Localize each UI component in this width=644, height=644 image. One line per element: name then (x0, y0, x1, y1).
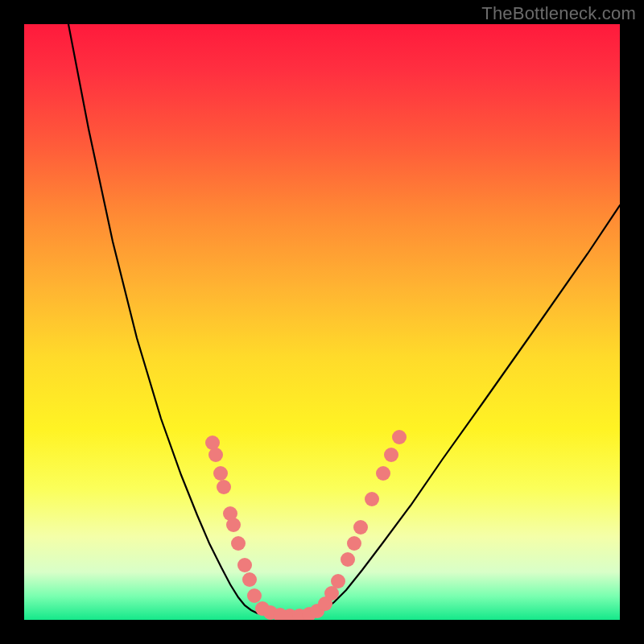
watermark-text: TheBottleneck.com (481, 3, 636, 24)
data-point-left-cluster-upper (208, 448, 223, 462)
data-point-right-cluster-upper (392, 430, 407, 444)
data-point-right-cluster-lower (331, 574, 345, 588)
data-point-right-cluster-mid (341, 552, 355, 567)
data-point-left-cluster-lower (247, 588, 262, 603)
data-point-left-cluster-mid (226, 518, 241, 532)
data-point-right-cluster-mid (353, 520, 368, 535)
data-point-left-cluster-upper (217, 480, 231, 494)
performance-curve (68, 24, 620, 616)
data-point-left-cluster-upper (213, 466, 228, 481)
bottleneck-chart (24, 24, 620, 620)
data-point-right-cluster-mid (347, 536, 361, 551)
data-point-right-cluster-upper (384, 448, 398, 462)
data-point-left-cluster-mid (231, 536, 246, 551)
data-point-left-cluster-lower (237, 558, 252, 572)
data-point-left-cluster-lower (242, 572, 257, 587)
data-point-right-cluster-upper (365, 492, 379, 506)
data-point-right-cluster-upper (376, 466, 390, 481)
